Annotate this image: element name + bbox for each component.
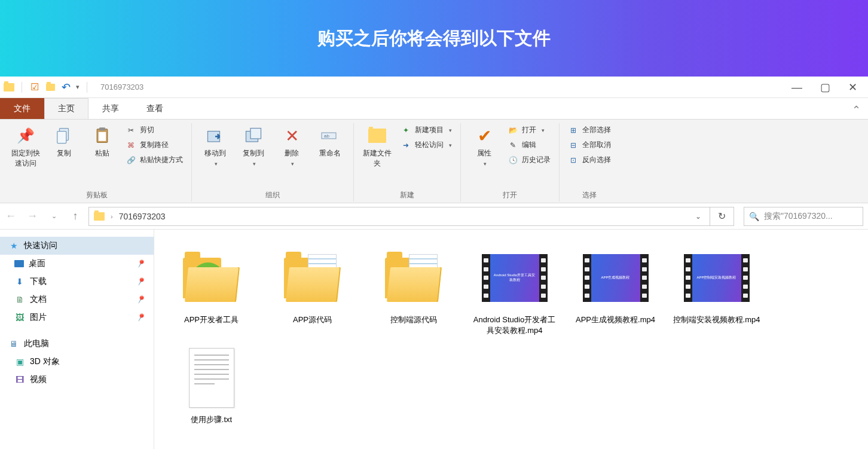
edit-button[interactable]: ✎编辑	[505, 138, 553, 152]
refresh-button[interactable]: ↻	[710, 207, 734, 226]
group-new: 新建文件夹 ✦新建项目 ➜轻松访问 新建	[354, 123, 461, 201]
select-none-button[interactable]: ⊟全部取消	[566, 138, 613, 152]
checkmark-icon: ✔	[474, 126, 494, 146]
easy-access-button[interactable]: ➜轻松访问	[398, 138, 454, 152]
chevron-icon[interactable]: ›	[111, 213, 113, 220]
open-icon: 📂	[508, 126, 518, 135]
new-folder-button[interactable]: 新建文件夹	[360, 123, 395, 171]
label: 固定到快速访问	[10, 148, 42, 169]
rename-button[interactable]: ab 重命名	[313, 123, 347, 161]
label: 删除	[285, 148, 299, 158]
file-item-folder[interactable]: 控制端源代码	[367, 243, 460, 338]
label: 全部取消	[582, 140, 611, 150]
pin-icon: 📍	[134, 258, 146, 270]
separator	[87, 82, 87, 93]
undo-icon[interactable]: ↶	[60, 82, 71, 93]
cube-icon: ▣	[14, 356, 25, 367]
search-icon: 🔍	[749, 212, 759, 221]
search-input[interactable]: 🔍 搜索"701697320...	[744, 207, 863, 226]
minimize-button[interactable]: —	[791, 82, 802, 93]
download-icon: ⬇	[14, 276, 25, 287]
window-title: 7016973203	[100, 83, 143, 91]
label: 图片	[30, 312, 47, 323]
rename-icon: ab	[320, 126, 340, 146]
sidebar-downloads[interactable]: ⬇ 下载📍	[0, 273, 154, 291]
open-button[interactable]: 📂打开	[505, 123, 553, 137]
tab-file[interactable]: 文件	[0, 98, 44, 119]
ribbon-collapse-icon[interactable]: ⌃	[845, 101, 868, 119]
label: 此电脑	[24, 338, 49, 349]
tab-home[interactable]: 主页	[44, 98, 88, 119]
svg-text:ab: ab	[324, 133, 329, 139]
title-bar: ☑ ↶ ▾ 7016973203 — ▢ ✕	[0, 77, 868, 98]
sidebar-desktop[interactable]: 桌面📍	[0, 255, 154, 273]
label: 轻松访问	[415, 140, 444, 150]
qat-dropdown-icon[interactable]: ▾	[76, 83, 80, 91]
history-button[interactable]: 🕓历史记录	[505, 153, 553, 167]
copy-to-button[interactable]: 复制到	[236, 123, 271, 169]
star-icon: ★	[8, 240, 19, 251]
forward-button[interactable]: →	[24, 208, 41, 225]
file-item-folder[interactable]: APP开发者工具	[165, 243, 258, 338]
new-folder-icon	[367, 126, 387, 146]
invert-selection-button[interactable]: ⊡反向选择	[566, 153, 613, 167]
label: 视频	[30, 374, 47, 385]
delete-button[interactable]: ✕ 删除	[274, 123, 309, 169]
group-label: 选择	[566, 188, 613, 201]
copy-path-button[interactable]: ⌘复制路径	[123, 138, 185, 152]
new-item-button[interactable]: ✦新建项目	[398, 123, 454, 137]
checkbox-icon[interactable]: ☑	[29, 82, 40, 93]
up-button[interactable]: ↑	[67, 208, 84, 225]
label: 打开	[522, 125, 536, 135]
sidebar-videos[interactable]: 🎞 视频	[0, 371, 154, 389]
sidebar-quick-access[interactable]: ★ 快速访问	[0, 237, 154, 255]
properties-button[interactable]: ✔ 属性	[467, 123, 502, 169]
file-item-video[interactable]: Android Studio开发工具安装教程 Android Studio开发者…	[468, 243, 561, 338]
paste-icon	[92, 126, 112, 146]
move-to-button[interactable]: 移动到	[198, 123, 233, 169]
file-item-txt[interactable]: 使用步骤.txt	[165, 343, 258, 427]
label: 复制到	[243, 148, 264, 158]
pin-quick-access-button[interactable]: 📌 固定到快速访问	[8, 123, 43, 171]
paste-button[interactable]: 粘贴	[85, 123, 120, 161]
close-button[interactable]: ✕	[848, 82, 857, 93]
pin-icon: 📍	[134, 276, 146, 288]
sidebar-documents[interactable]: 🗎 文档📍	[0, 291, 154, 309]
group-label: 组织	[198, 188, 347, 201]
cut-button[interactable]: ✂剪切	[123, 123, 185, 137]
invert-icon: ⊡	[568, 155, 579, 165]
file-item-video[interactable]: APP生成视频教程 APP生成视频教程.mp4	[569, 243, 662, 338]
tab-view[interactable]: 查看	[133, 98, 177, 119]
folder-small-icon[interactable]	[45, 82, 56, 93]
edit-icon: ✎	[508, 140, 518, 150]
label: 3D 对象	[30, 356, 60, 367]
sidebar-pictures[interactable]: 🖼 图片📍	[0, 309, 154, 326]
select-all-button[interactable]: ⊞全部选择	[566, 123, 613, 137]
file-item-folder[interactable]: APP源代码	[266, 243, 359, 338]
back-button[interactable]: ←	[2, 208, 19, 225]
copy-button[interactable]: 复制	[47, 123, 81, 161]
sidebar-this-pc[interactable]: 🖥 此电脑	[0, 335, 154, 353]
recent-dropdown[interactable]: ⌄	[45, 208, 62, 225]
label: 新建项目	[415, 125, 444, 135]
svg-rect-3	[99, 127, 105, 130]
file-item-video[interactable]: APP控制端安装视频教程 控制端安装视频教程.mp4	[670, 243, 763, 338]
label: 快速访问	[24, 240, 57, 251]
paste-shortcut-button[interactable]: 🔗粘贴快捷方式	[123, 153, 185, 167]
select-all-icon: ⊞	[568, 126, 579, 135]
label: 复制	[57, 148, 71, 158]
label: 全部选择	[582, 125, 611, 135]
label: 下载	[30, 276, 47, 287]
file-name: APP开发者工具	[184, 314, 239, 325]
address-bar[interactable]: › 7016973203 ⌄	[88, 207, 710, 226]
maximize-button[interactable]: ▢	[820, 82, 830, 93]
banner-text: 购买之后你将会得到以下文件	[317, 26, 551, 51]
sidebar-3d-objects[interactable]: ▣ 3D 对象	[0, 353, 154, 371]
file-name: 使用步骤.txt	[191, 414, 232, 425]
address-dropdown-icon[interactable]: ⌄	[692, 212, 705, 221]
tab-share[interactable]: 共享	[88, 98, 133, 119]
pictures-icon: 🖼	[14, 312, 25, 323]
breadcrumb-current[interactable]: 7016973203	[119, 212, 166, 221]
ribbon: 📌 固定到快速访问 复制 粘贴 ✂剪切 ⌘复制路径 🔗粘贴快捷方式 剪贴板	[0, 120, 868, 203]
label: 粘贴	[95, 148, 109, 158]
